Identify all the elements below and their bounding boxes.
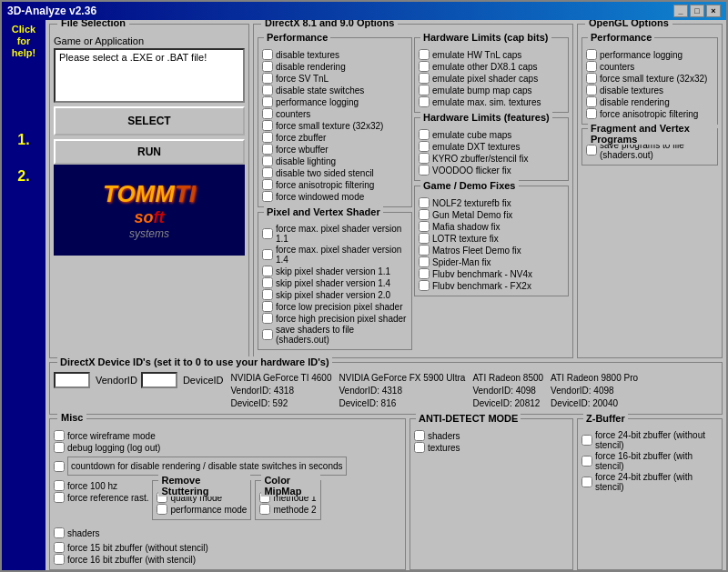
device-id-section: DirectX Device ID's (set it to 0 to use … [49,362,723,415]
device-card-1: NVIDIA GeForce FX 5900 Ultra VendorID: 4… [339,372,465,410]
title-bar: 3D-Analyze v2.36 _ □ × [2,2,726,20]
cb-two-sided-stencil: disable two sided stencil [262,167,408,178]
vendor-device-inputs: VendorID DeviceID [54,372,224,388]
main-window: 3D-Analyze v2.36 _ □ × Click for help! 1… [0,0,728,572]
help-sidebar: Click for help! 1. 2. [2,20,46,570]
cb-disable-state: disable state switches [262,85,408,95]
cb-force-sv-tnl: force SV TnL [262,73,408,84]
directx-panel: DirectX 8.1 and 9.0 Options Performance … [253,24,573,358]
game-fixes-title: Game / Demo Fixes [420,180,519,191]
select-button[interactable]: SELECT [54,106,245,135]
device-card-0: NVIDIA GeForce TI 4600 VendorID: 4318 De… [231,372,332,410]
misc-options: force wireframe mode debug logging (log … [54,430,401,566]
remove-stuttering-title: Remove Stuttering [158,475,250,497]
logo-area: TOMMTI soft systems [54,165,245,256]
device-cards: NVIDIA GeForce TI 4600 VendorID: 4318 De… [231,372,719,410]
device-id-title: DirectX Device ID's (set it to 0 to use … [57,356,332,367]
misc-title: Misc [57,412,86,423]
pixel-vertex-title: Pixel and Vertex Shader [264,206,383,217]
misc-shaders-col: shaders force 15 bit zbuffer (without st… [54,527,208,566]
cb-windowed-mode: force windowed mode [262,191,408,202]
countdown-area: countdown for disable rendering / disabl… [54,457,347,476]
anti-detect-panel: ANTI-DETECT MODE shaders textures [410,418,573,570]
game-label: Game or Application [54,35,245,46]
misc-panel: Misc force wireframe mode debug logging … [49,418,406,570]
window-title: 3D-Analyze v2.36 [7,5,96,17]
cb-small-texture: force small texture (32x32) [262,120,408,131]
dx-col-right: Hardware Limits (cap bits) emulate HW Tn… [414,37,569,354]
close-button[interactable]: × [706,5,721,17]
zbuffer-title: Z-Buffer [583,413,628,424]
misc-col1: force wireframe mode debug logging (log … [54,430,347,477]
device-card-3: ATI Radeon 9800 Pro VendorID: 4098 Devic… [551,372,638,410]
content-area: File Selection Game or Application Pleas… [46,20,726,570]
force-bits-area: force 15 bit zbuffer (without stencil) f… [54,542,208,565]
hw-limits-cap-subpanel: Hardware Limits (cap bits) emulate HW Tn… [414,37,569,113]
hw-limits-cap-title: Hardware Limits (cap bits) [420,32,551,43]
cb-disable-rendering: disable rendering [262,61,408,72]
cb-perf-logging: performance logging [262,96,408,107]
cb-force-zbuffer: force zbuffer [262,132,408,143]
opengl-performance-subpanel: Performance performance logging counters… [581,37,718,125]
device-id-inner: VendorID DeviceID NVIDIA GeForce TI 4600… [54,372,718,410]
zbuffer-panel: Z-Buffer force 24-bit zbuffer (without s… [577,418,723,570]
top-section: File Selection Game or Application Pleas… [49,24,723,358]
title-bar-buttons: _ □ × [673,5,721,17]
performance-subpanel: Performance disable textures disable ren… [258,37,412,207]
hw-limits-feat-title: Hardware Limits (features) [420,112,552,123]
hw-limits-feat-subpanel: Hardware Limits (features) emulate cube … [414,117,569,181]
countdown-box: countdown for disable rendering / disabl… [67,457,347,476]
misc-section: Misc force wireframe mode debug logging … [49,418,723,570]
remove-stuttering-subpanel: Remove Stuttering quality mode performan… [152,480,251,520]
cb-force-wbuffer: force wbuffer [262,144,408,155]
misc-col2: force 100 hz force reference rast. [54,480,148,524]
file-selection-panel: File Selection Game or Application Pleas… [49,24,249,358]
cb-disable-lighting: disable lighting [262,156,408,166]
color-mipmap-subpanel: Color MipMap methode 1 methode 2 [255,480,320,520]
fragment-vertex-subpanel: Fragment and Vertex Programs save progra… [581,128,718,166]
click-help-text[interactable]: Click for help! [12,24,35,60]
cb-anisotropic: force anisotropic filtering [262,179,408,190]
color-mipmap-title: Color MipMap [261,475,319,497]
game-fixes-subpanel: Game / Demo Fixes NOLF2 texturefb fix Gu… [414,186,569,296]
directx-title: DirectX 8.1 and 9.0 Options [261,20,398,28]
file-selection-title: File Selection [57,20,129,28]
main-content: Click for help! 1. 2. File Selection Gam… [2,20,726,570]
cb-counters: counters [262,108,408,119]
cb-disable-textures: disable textures [262,49,408,60]
vendor-id-input[interactable] [54,372,90,388]
step-labels: 1. 2. [17,122,29,195]
anti-detect-title: ANTI-DETECT MODE [416,413,521,424]
run-button[interactable]: RUN [54,139,245,165]
dx-col-left: Performance disable textures disable ren… [258,37,412,354]
opengl-perf-title: Performance [588,32,654,43]
vendor-id-label: VendorID [96,375,137,386]
device-card-2: ATI Radeon 8500 VendorID: 4098 DeviceID:… [472,372,543,410]
opengl-panel: OpenGL Options Performance performance l… [577,24,723,358]
device-id-label: DeviceID [183,375,224,386]
directx-columns: Performance disable textures disable ren… [258,37,569,354]
fragment-vertex-title: Fragment and Vertex Programs [588,123,717,145]
device-id-input[interactable] [141,372,177,388]
file-path-display: Please select a .EXE or .BAT file! [54,48,245,103]
minimize-button[interactable]: _ [673,5,688,17]
opengl-title: OpenGL Options [585,20,672,28]
pixel-vertex-subpanel: Pixel and Vertex Shader force max. pixel… [258,212,412,350]
maximize-button[interactable]: □ [690,5,704,17]
performance-title: Performance [264,32,330,43]
